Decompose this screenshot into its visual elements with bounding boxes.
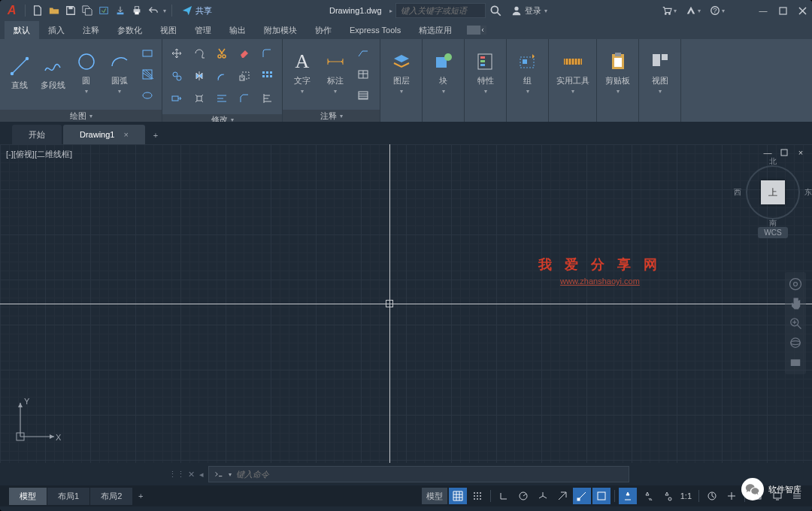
cmd-history-scroll[interactable]: ⋮⋮✕◂ bbox=[168, 470, 204, 479]
autoscale-toggle[interactable] bbox=[658, 488, 676, 504]
maximize-button[interactable] bbox=[777, 5, 788, 16]
move-button[interactable] bbox=[167, 44, 186, 63]
align-button[interactable] bbox=[257, 89, 277, 108]
leader-button[interactable] bbox=[353, 44, 373, 63]
save-icon[interactable] bbox=[64, 4, 77, 17]
layers-button[interactable]: 图层▾ bbox=[383, 42, 419, 102]
stretch-button[interactable] bbox=[167, 89, 186, 108]
rotate-button[interactable] bbox=[189, 44, 209, 63]
rectangle-button[interactable] bbox=[138, 44, 157, 63]
view-panel-button[interactable]: 视图▾ bbox=[642, 42, 677, 102]
pan-button[interactable] bbox=[788, 296, 803, 311]
search-input[interactable] bbox=[395, 3, 486, 18]
tab-collaborate[interactable]: 协作 bbox=[306, 21, 341, 39]
annotate-panel-title[interactable]: 注释▾ bbox=[283, 110, 380, 122]
share-button[interactable]: 共享 bbox=[177, 4, 217, 18]
otrack-toggle[interactable] bbox=[553, 488, 571, 504]
tab-addons[interactable]: 附加模块 bbox=[255, 21, 306, 39]
utils-button[interactable]: 实用工具▾ bbox=[552, 42, 593, 102]
tab-manage[interactable]: 管理 bbox=[186, 21, 220, 39]
new-icon[interactable] bbox=[31, 4, 44, 17]
web-open-icon[interactable] bbox=[97, 4, 111, 17]
help-button[interactable]: ?▾ bbox=[710, 5, 725, 16]
line-button[interactable]: 直线 bbox=[3, 42, 36, 102]
field-button[interactable] bbox=[353, 86, 373, 105]
osnap-toggle[interactable] bbox=[573, 488, 591, 504]
model-space-button[interactable]: 模型 bbox=[422, 488, 447, 504]
login-button[interactable]: 登录 ▾ bbox=[505, 5, 553, 17]
tab-default[interactable]: 默认 bbox=[5, 21, 39, 39]
saveas-icon[interactable] bbox=[80, 4, 94, 17]
qat-dropdown-icon[interactable]: ▾ bbox=[163, 8, 166, 14]
layout-tab-1[interactable]: 布局1 bbox=[47, 488, 90, 505]
fillet-button[interactable] bbox=[257, 44, 277, 63]
dimension-button[interactable]: 标注▾ bbox=[319, 42, 352, 102]
lineweight-toggle[interactable] bbox=[592, 488, 611, 504]
draw-panel-title[interactable]: 绘图▾ bbox=[0, 110, 162, 122]
layout-tab-model[interactable]: 模型 bbox=[9, 488, 47, 505]
table-button[interactable] bbox=[353, 65, 373, 84]
web-save-icon[interactable] bbox=[114, 4, 127, 17]
grid-toggle[interactable] bbox=[449, 488, 467, 504]
tab-view[interactable]: 视图 bbox=[151, 21, 186, 39]
ortho-toggle[interactable] bbox=[495, 488, 513, 504]
vp-maximize-button[interactable] bbox=[779, 147, 789, 158]
clipboard-button[interactable]: 剪贴板▾ bbox=[600, 42, 635, 102]
scale-button[interactable]: 1:1 bbox=[677, 488, 695, 504]
annotation-monitor-button[interactable] bbox=[723, 488, 741, 504]
tab-express[interactable]: Express Tools bbox=[341, 21, 410, 39]
command-input[interactable] bbox=[236, 470, 624, 479]
tab-parametric[interactable]: 参数化 bbox=[108, 21, 151, 39]
file-tab-start[interactable]: 开始 bbox=[12, 125, 62, 144]
tab-insert[interactable]: 插入 bbox=[39, 21, 74, 39]
layout-tab-2[interactable]: 布局2 bbox=[90, 488, 133, 505]
explode-button[interactable] bbox=[189, 89, 209, 108]
array-button[interactable] bbox=[257, 66, 277, 86]
add-tab-button[interactable]: + bbox=[147, 126, 165, 144]
tab-featured[interactable]: 精选应用 bbox=[410, 21, 461, 39]
layout-add-button[interactable]: + bbox=[133, 488, 148, 503]
undo-icon[interactable] bbox=[147, 4, 160, 17]
snap-toggle[interactable] bbox=[468, 488, 486, 504]
command-input-wrap[interactable]: ▾ bbox=[208, 466, 629, 482]
cart-button[interactable]: ▾ bbox=[662, 5, 677, 16]
trim-button[interactable] bbox=[212, 44, 232, 63]
autodesk-app-button[interactable]: ▾ bbox=[686, 5, 701, 16]
workspace-button[interactable] bbox=[703, 488, 721, 504]
block-button[interactable]: 块▾ bbox=[426, 42, 461, 102]
orbit-button[interactable] bbox=[788, 335, 803, 350]
close-button[interactable] bbox=[797, 5, 807, 16]
hatch-button[interactable] bbox=[138, 65, 157, 84]
print-icon[interactable] bbox=[130, 4, 144, 17]
full-nav-wheel-button[interactable] bbox=[788, 277, 803, 292]
close-icon[interactable]: × bbox=[123, 130, 128, 139]
chamfer-button[interactable] bbox=[235, 89, 254, 108]
arc-button[interactable]: 圆弧▾ bbox=[103, 42, 136, 102]
zoom-button[interactable] bbox=[788, 316, 803, 331]
scale-button[interactable] bbox=[235, 66, 254, 86]
search-icon[interactable] bbox=[489, 4, 502, 17]
circle-button[interactable]: 圆▾ bbox=[70, 42, 103, 102]
properties-button[interactable]: 特性▾ bbox=[468, 42, 503, 102]
vp-close-button[interactable]: × bbox=[795, 147, 806, 158]
extend-button[interactable] bbox=[212, 89, 232, 108]
isodraft-toggle[interactable] bbox=[534, 488, 552, 504]
viewport-label[interactable]: [-][俯视][二维线框] bbox=[6, 149, 72, 160]
tab-annotate[interactable]: 注释 bbox=[74, 21, 108, 39]
erase-button[interactable] bbox=[235, 44, 254, 63]
open-icon[interactable] bbox=[47, 4, 61, 17]
file-tab-drawing1[interactable]: Drawing1× bbox=[63, 125, 145, 144]
viewcube-top-face[interactable]: 上 bbox=[761, 180, 785, 204]
copy-button[interactable] bbox=[167, 66, 186, 86]
title-dropdown-icon[interactable]: ▸ bbox=[389, 8, 392, 14]
viewcube[interactable]: 北 南 西 东 上 WCS bbox=[746, 165, 800, 248]
minimize-button[interactable]: — bbox=[758, 5, 768, 16]
wcs-label[interactable]: WCS bbox=[758, 227, 787, 238]
text-button[interactable]: A文字▾ bbox=[286, 42, 319, 102]
showmotion-button[interactable] bbox=[788, 355, 803, 370]
group-button[interactable]: 组▾ bbox=[510, 42, 545, 102]
polyline-button[interactable]: 多段线 bbox=[36, 42, 69, 102]
ribbon-minimize-button[interactable] bbox=[467, 21, 486, 39]
ellipse-button[interactable] bbox=[138, 86, 157, 105]
canvas[interactable]: [-][俯视][二维线框] — × 我 爱 分 享 网 www.zhanshao… bbox=[0, 144, 812, 463]
